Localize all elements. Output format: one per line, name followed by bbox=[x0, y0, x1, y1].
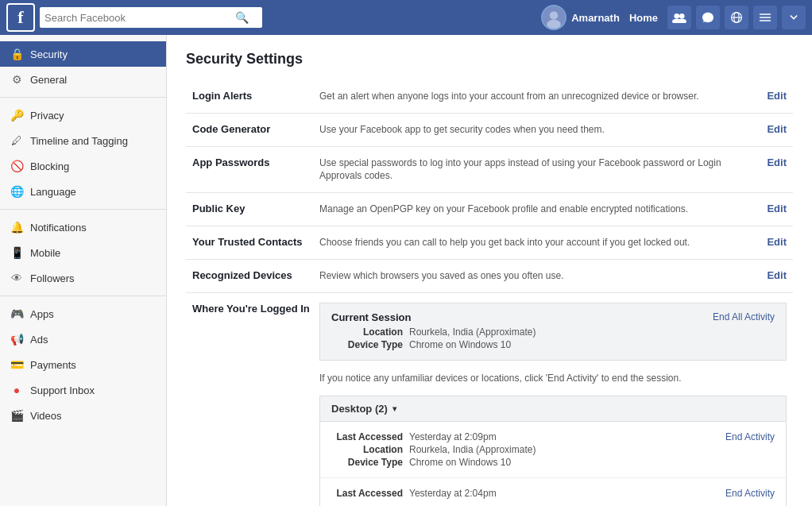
logged-in-content: Current Session End All Activity Locatio… bbox=[319, 303, 787, 506]
edit-recognized-devices-button[interactable]: Edit bbox=[760, 259, 793, 292]
sidebar-item-notifications[interactable]: 🔔 Notifications bbox=[0, 214, 166, 240]
main-content: Security Settings Login Alerts Get an al… bbox=[167, 35, 812, 506]
device-label: Device Type bbox=[331, 339, 403, 350]
last-accessed-label: Last Accessed bbox=[331, 431, 403, 442]
last-accessed-value-2: Yesterday at 2:04pm bbox=[409, 488, 717, 499]
notifications-icon: 🔔 bbox=[10, 220, 24, 234]
edit-public-key-button[interactable]: Edit bbox=[760, 193, 793, 226]
entry-device-row: Device Type Chrome on Windows 10 bbox=[331, 457, 775, 468]
setting-label: App Passwords bbox=[186, 146, 313, 193]
sidebar-item-apps[interactable]: 🎮 Apps bbox=[0, 301, 166, 326]
language-icon: 🌐 bbox=[10, 184, 24, 199]
home-button[interactable]: Home bbox=[624, 12, 663, 24]
svg-point-1 bbox=[550, 11, 559, 20]
desktop-label: Desktop (2) bbox=[331, 403, 388, 415]
entry-location-row: Location Rourkela, India (Approximate) bbox=[331, 444, 775, 455]
sidebar-item-label: Privacy bbox=[30, 110, 64, 122]
apps-icon: 🎮 bbox=[10, 307, 24, 321]
sidebar-item-support-inbox[interactable]: ● Support Inbox bbox=[0, 377, 166, 403]
sidebar-item-payments[interactable]: 💳 Payments bbox=[0, 352, 166, 377]
device-value: Chrome on Windows 10 bbox=[409, 339, 511, 350]
search-input[interactable] bbox=[44, 12, 235, 24]
support-inbox-icon: ● bbox=[10, 383, 24, 397]
videos-icon: 🎬 bbox=[10, 408, 24, 423]
settings-icon-button[interactable] bbox=[753, 6, 777, 29]
blocking-icon: 🚫 bbox=[10, 159, 24, 173]
sidebar-item-label: Notifications bbox=[30, 222, 87, 234]
edit-login-alerts-button[interactable]: Edit bbox=[760, 80, 793, 113]
setting-description: Choose friends you can call to help you … bbox=[313, 226, 760, 259]
sidebar-item-followers[interactable]: 👁 Followers bbox=[0, 265, 166, 291]
sidebar-item-ads[interactable]: 📢 Ads bbox=[0, 326, 166, 352]
svg-rect-12 bbox=[760, 20, 771, 21]
setting-label: Public Key bbox=[186, 193, 313, 226]
logged-in-label: Where You're Logged In bbox=[192, 303, 319, 315]
privacy-icon: 🔑 bbox=[10, 108, 24, 122]
sidebar-item-label: General bbox=[30, 74, 67, 86]
sidebar-item-videos[interactable]: 🎬 Videos bbox=[0, 403, 166, 428]
entry-last-accessed-row: Last Accessed Yesterday at 2:09pm End Ac… bbox=[331, 431, 775, 442]
payments-icon: 💳 bbox=[10, 357, 24, 372]
globe-icon-button[interactable] bbox=[725, 6, 748, 29]
location-value: Rourkela, India (Approximate) bbox=[409, 326, 536, 338]
setting-label: Your Trusted Contacts bbox=[186, 226, 313, 259]
desktop-box: Desktop (2) ▾ Last Accessed Yesterday at… bbox=[319, 396, 787, 506]
security-icon: 🔒 bbox=[10, 47, 24, 61]
end-all-activity-button[interactable]: End All Activity bbox=[713, 311, 775, 323]
svg-point-3 bbox=[674, 14, 679, 19]
setting-description: Use your Facebook app to get security co… bbox=[313, 113, 760, 146]
sidebar-item-label: Mobile bbox=[30, 247, 60, 259]
end-activity-button-1[interactable]: End Activity bbox=[725, 488, 775, 499]
friends-icon-button[interactable] bbox=[667, 6, 691, 29]
sidebar-item-privacy[interactable]: 🔑 Privacy bbox=[0, 102, 166, 128]
sidebar-item-label: Timeline and Tagging bbox=[30, 135, 128, 147]
last-accessed-label-2: Last Accessed bbox=[331, 488, 403, 499]
entry-device-value: Chrome on Windows 10 bbox=[409, 457, 775, 468]
sidebar-item-language[interactable]: 🌐 Language bbox=[0, 179, 166, 204]
logged-in-section: Where You're Logged In Current Session E… bbox=[186, 293, 793, 506]
chevron-down-icon-button[interactable] bbox=[782, 6, 806, 29]
entry-location-label: Location bbox=[331, 444, 403, 455]
setting-label: Code Generator bbox=[186, 113, 313, 146]
edit-app-passwords-button[interactable]: Edit bbox=[760, 146, 793, 193]
gear-icon: ⚙ bbox=[10, 72, 24, 87]
setting-label: Recognized Devices bbox=[186, 259, 313, 292]
avatar bbox=[541, 5, 566, 30]
sidebar-item-label: Support Inbox bbox=[30, 384, 95, 396]
sidebar-divider-2 bbox=[0, 209, 166, 210]
current-session-title: Current Session bbox=[331, 311, 411, 323]
desktop-header[interactable]: Desktop (2) ▾ bbox=[320, 396, 786, 422]
desktop-entries: Last Accessed Yesterday at 2:09pm End Ac… bbox=[320, 422, 786, 506]
edit-code-generator-button[interactable]: Edit bbox=[760, 113, 793, 146]
page-title: Security Settings bbox=[186, 51, 793, 68]
sidebar-item-label: Payments bbox=[30, 359, 76, 371]
edit-trusted-contacts-button[interactable]: Edit bbox=[760, 226, 793, 259]
session-device-row: Device Type Chrome on Windows 10 bbox=[331, 339, 775, 350]
svg-rect-10 bbox=[760, 14, 771, 15]
search-bar[interactable]: 🔍 bbox=[40, 7, 262, 28]
sidebar-item-blocking[interactable]: 🚫 Blocking bbox=[0, 153, 166, 179]
sidebar-item-security[interactable]: 🔒 Security bbox=[0, 41, 166, 67]
end-activity-button-0[interactable]: End Activity bbox=[725, 431, 775, 442]
sidebar-item-mobile[interactable]: 📱 Mobile bbox=[0, 240, 166, 265]
sidebar-divider-1 bbox=[0, 97, 166, 98]
table-row: Recognized Devices Review which browsers… bbox=[186, 259, 793, 292]
sidebar-item-label: Videos bbox=[30, 410, 62, 422]
svg-point-2 bbox=[547, 20, 561, 29]
last-accessed-value: Yesterday at 2:09pm bbox=[409, 431, 717, 442]
sidebar-item-general[interactable]: ⚙ General bbox=[0, 67, 166, 92]
table-row: Code Generator Use your Facebook app to … bbox=[186, 113, 793, 146]
svg-point-4 bbox=[679, 14, 685, 19]
sidebar-item-label: Blocking bbox=[30, 160, 69, 172]
location-label: Location bbox=[331, 326, 403, 338]
mobile-icon: 📱 bbox=[10, 245, 24, 260]
sidebar-item-label: Followers bbox=[30, 272, 75, 284]
table-row: App Passwords Use special passwords to l… bbox=[186, 146, 793, 193]
top-navigation: f 🔍 Amarnath Home bbox=[0, 0, 812, 35]
setting-label: Login Alerts bbox=[186, 80, 313, 113]
sidebar-item-timeline[interactable]: 🖊 Timeline and Tagging bbox=[0, 128, 166, 153]
table-row: Public Key Manage an OpenPGP key on your… bbox=[186, 193, 793, 226]
chevron-down-icon: ▾ bbox=[392, 404, 396, 413]
messages-icon-button[interactable] bbox=[696, 6, 720, 29]
sidebar: 🔒 Security ⚙ General 🔑 Privacy 🖊 Timelin… bbox=[0, 35, 167, 506]
